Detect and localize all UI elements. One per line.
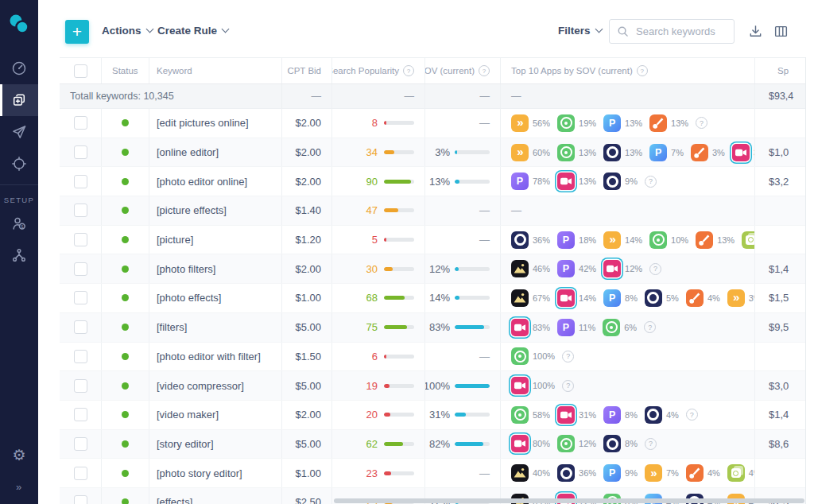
column-header-search-popularity[interactable]: Search Popularity ?	[332, 58, 425, 83]
row-checkbox[interactable]	[74, 437, 87, 451]
row-checkbox[interactable]	[74, 291, 87, 304]
keyword-cell: [photo editor online]	[149, 167, 282, 196]
status-dot-active	[122, 411, 129, 418]
sidebar-item-keyword-spy[interactable]	[0, 148, 38, 180]
row-checkbox[interactable]	[74, 467, 87, 480]
p-purple-app-icon: P	[557, 231, 575, 249]
app-sov-percent: 19%	[579, 118, 596, 128]
app-sov-percent: 40%	[533, 468, 550, 478]
help-icon[interactable]: ?	[649, 263, 661, 275]
cpt-bid-cell[interactable]: $5.00	[282, 313, 332, 342]
row-checkbox[interactable]	[74, 175, 87, 188]
top-app: 14%	[557, 289, 596, 307]
horizontal-scrollbar-thumb[interactable]	[334, 498, 804, 503]
filters-menu[interactable]: Filters	[558, 25, 602, 37]
cpt-bid-cell[interactable]: $5.00	[282, 430, 332, 459]
help-icon[interactable]: ?	[645, 438, 657, 450]
columns-settings-button[interactable]	[773, 24, 789, 42]
select-all-checkbox-cell[interactable]	[60, 58, 102, 83]
table-row: [story editor] $5.00 62 82% 80% 12% 8%? …	[60, 430, 814, 459]
help-icon[interactable]: ?	[645, 176, 657, 188]
popularity-bar	[384, 238, 414, 242]
sidebar-collapse-button[interactable]: »	[0, 471, 38, 502]
info-icon[interactable]: ?	[403, 65, 414, 76]
row-checkbox[interactable]	[74, 262, 87, 276]
cpt-bid-cell[interactable]: $1.00	[282, 284, 332, 312]
top-app: 36%	[511, 231, 550, 249]
popularity-value: 90	[366, 176, 378, 188]
cpt-bid-cell[interactable]: $1.40	[282, 196, 332, 225]
search-popularity-cell: 19	[332, 371, 425, 400]
vertical-scrollbar-gutter[interactable]	[805, 57, 814, 504]
select-all-checkbox[interactable]	[74, 64, 87, 78]
help-icon[interactable]: ?	[562, 351, 574, 362]
info-icon[interactable]: ?	[479, 65, 490, 76]
popularity-value: 8	[372, 117, 378, 129]
brand-logo[interactable]	[8, 13, 30, 35]
actions-menu[interactable]: Actions	[102, 25, 153, 37]
top-app: 80%	[511, 435, 550, 452]
row-checkbox[interactable]	[74, 204, 87, 217]
help-icon[interactable]: ?	[696, 117, 707, 129]
sidebar-item-settings[interactable]: ⚙	[0, 439, 38, 471]
add-keywords-button[interactable]: +	[65, 20, 89, 44]
sidebar-item-integrations[interactable]	[0, 239, 38, 271]
cpt-bid-cell[interactable]: $5.00	[282, 371, 332, 400]
export-button[interactable]	[748, 24, 763, 42]
top-apps-cell: 36% P 18% » 14% 10% 13% 9%?	[501, 226, 755, 254]
help-icon[interactable]: ?	[562, 380, 574, 392]
create-rule-menu[interactable]: Create Rule	[157, 25, 228, 37]
column-header-keyword[interactable]: Keyword	[149, 58, 282, 83]
cpt-bid-cell[interactable]: $1.50	[282, 343, 332, 371]
popularity-bar	[384, 413, 414, 417]
columns-icon	[773, 24, 789, 39]
checkbox-cell	[60, 138, 102, 167]
cpt-bid-cell[interactable]: $2.00	[282, 138, 332, 167]
column-header-sov[interactable]: SOV (current) ?	[425, 58, 501, 83]
row-checkbox[interactable]	[74, 350, 87, 363]
popularity-bar	[384, 384, 414, 388]
status-cell	[102, 343, 149, 371]
search-input[interactable]	[634, 25, 725, 38]
cpt-bid-cell[interactable]: $1.20	[282, 226, 332, 254]
row-checkbox[interactable]	[74, 145, 87, 159]
sidebar-item-accounts[interactable]: $	[0, 207, 38, 239]
column-header-cpt-bid[interactable]: CPT Bid	[282, 58, 332, 83]
search-box[interactable]	[609, 19, 735, 44]
row-checkbox[interactable]	[74, 233, 87, 246]
top-app: P 42%	[557, 260, 596, 277]
app-sov-percent: 31%	[579, 410, 596, 420]
keyword-cell: [video maker]	[149, 401, 282, 429]
cpt-bid-cell[interactable]: $2.50	[282, 488, 332, 504]
app-sov-percent: 9%	[625, 176, 638, 186]
app-sov-percent: 8%	[625, 410, 638, 420]
sidebar-item-keywords-manager[interactable]	[0, 84, 38, 116]
cpt-bid-cell[interactable]: $2.00	[282, 254, 332, 283]
sidebar-item-dashboard[interactable]	[0, 52, 38, 84]
row-checkbox[interactable]	[74, 320, 87, 334]
column-header-top-apps[interactable]: Top 10 Apps by SOV (current) ?	[501, 58, 755, 83]
row-checkbox[interactable]	[74, 408, 87, 421]
info-icon[interactable]: ?	[637, 65, 648, 76]
app-sov-percent: 8%	[625, 293, 638, 303]
top-apps-cell: 83% P 11% 6%?	[501, 313, 755, 342]
status-dot-active	[122, 266, 129, 273]
ring-navy-app-icon	[603, 173, 621, 190]
row-checkbox[interactable]	[74, 495, 87, 504]
help-icon[interactable]: ?	[644, 321, 656, 333]
table-body: [edit pictures online] $2.00 8 — » 56% 1…	[60, 109, 814, 504]
cpt-bid-cell[interactable]: $2.00	[282, 109, 332, 138]
cpt-bid-cell[interactable]: $2.00	[282, 167, 332, 196]
top-apps-cell: 100%?	[501, 343, 755, 371]
column-header-status[interactable]: Status	[102, 58, 149, 83]
sidebar-setup-label: SETUP	[4, 196, 35, 204]
cpt-bid-cell[interactable]: $1.00	[282, 459, 332, 487]
cpt-bid-cell[interactable]: $2.00	[282, 401, 332, 429]
row-checkbox[interactable]	[74, 379, 87, 393]
top-app: » 60%	[511, 144, 550, 161]
collapse-chevrons-icon: »	[16, 481, 22, 493]
row-checkbox[interactable]	[74, 116, 87, 130]
help-icon[interactable]: ?	[686, 409, 698, 421]
sidebar-item-campaigns[interactable]	[0, 116, 38, 148]
total-keywords-label: Totall keywords: 10,345	[60, 84, 282, 108]
